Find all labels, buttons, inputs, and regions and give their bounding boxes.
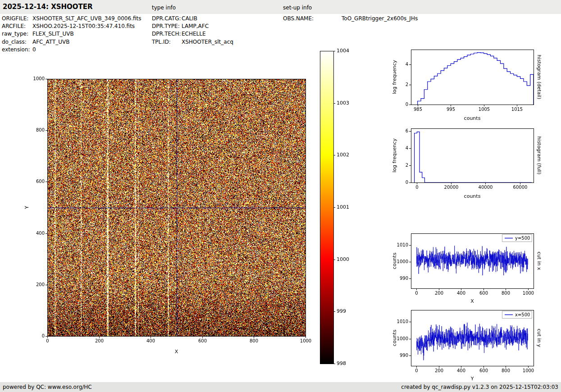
metadata-value: ToO_GRBtrigger_2x600s_JHs: [342, 15, 418, 23]
footer-left-text: powered by QC: www.eso.org/HC: [3, 384, 92, 390]
footer-bar: powered by QC: www.eso.org/HC created by…: [0, 382, 561, 392]
metadata-value: ECHELLE: [182, 30, 206, 38]
metadata-label: DPR.TECH:: [152, 30, 182, 38]
metadata-value: XSHOOTER_slt_acq: [182, 38, 233, 46]
metadata-value: LAMP,AFC: [182, 23, 209, 30]
metadata-label: ARCFILE:: [2, 23, 32, 30]
metadata-label: OBS.NAME:: [283, 15, 342, 23]
header-bar: 2025-12-14: XSHOOTER type info set-up in…: [0, 0, 561, 14]
metadata-value: FLEX_SLIT_UVB: [32, 30, 74, 38]
detector-image-plot: [18, 68, 315, 365]
metadata-row: do_class:AFC_ATT_UVB: [2, 38, 141, 46]
metadata-value: 0: [32, 46, 36, 54]
metadata-column-left: ORIGFILE:XSHOOTER_SLT_AFC_UVB_349_0006.f…: [2, 15, 141, 54]
metadata-label: extension:: [2, 46, 32, 54]
metadata-value: AFC_ATT_UVB: [32, 38, 69, 46]
histogram-detail-plot: [387, 43, 561, 126]
metadata-row: extension:0: [2, 46, 141, 54]
metadata-value: XSHOOTER_SLT_AFC_UVB_349_0006.fits: [32, 15, 141, 23]
cut-in-x-plot: [387, 228, 561, 311]
metadata-row: TPL.ID:XSHOOTER_slt_acq: [152, 38, 233, 46]
colorbar: [315, 45, 358, 369]
metadata-row: DPR.TYPE:LAMP,AFC: [152, 23, 233, 30]
footer-right-text: created by qc_rawdisp.py v1.2.3 on 2025-…: [401, 384, 558, 390]
metadata-label: do_class:: [2, 38, 32, 46]
metadata-label: TPL.ID:: [152, 38, 182, 46]
metadata-label: DPR.CATG:: [152, 15, 182, 23]
metadata-row: raw_type:FLEX_SLIT_UVB: [2, 30, 141, 38]
cut-in-y-plot: [387, 303, 561, 389]
metadata-row: DPR.CATG:CALIB: [152, 15, 233, 23]
metadata-column-right: OBS.NAME:ToO_GRBtrigger_2x600s_JHs: [283, 15, 418, 23]
metadata-row: ORIGFILE:XSHOOTER_SLT_AFC_UVB_349_0006.f…: [2, 15, 141, 23]
metadata-label: DPR.TYPE:: [152, 23, 182, 30]
metadata-value: CALIB: [182, 15, 197, 23]
metadata-row: DPR.TECH:ECHELLE: [152, 30, 233, 38]
type-info-label: type info: [152, 5, 176, 11]
metadata-label: ORIGFILE:: [2, 15, 32, 23]
metadata-row: OBS.NAME:ToO_GRBtrigger_2x600s_JHs: [283, 15, 418, 23]
metadata-column-middle: DPR.CATG:CALIBDPR.TYPE:LAMP,AFCDPR.TECH:…: [152, 15, 233, 46]
metadata-value: XSHOO.2025-12-15T00:35:47.410.fits: [32, 23, 135, 30]
histogram-full-plot: [387, 121, 561, 204]
metadata-row: ARCFILE:XSHOO.2025-12-15T00:35:47.410.fi…: [2, 23, 141, 30]
page-title: 2025-12-14: XSHOOTER: [3, 3, 93, 11]
metadata-label: raw_type:: [2, 30, 32, 38]
setup-info-label: set-up info: [283, 5, 312, 11]
